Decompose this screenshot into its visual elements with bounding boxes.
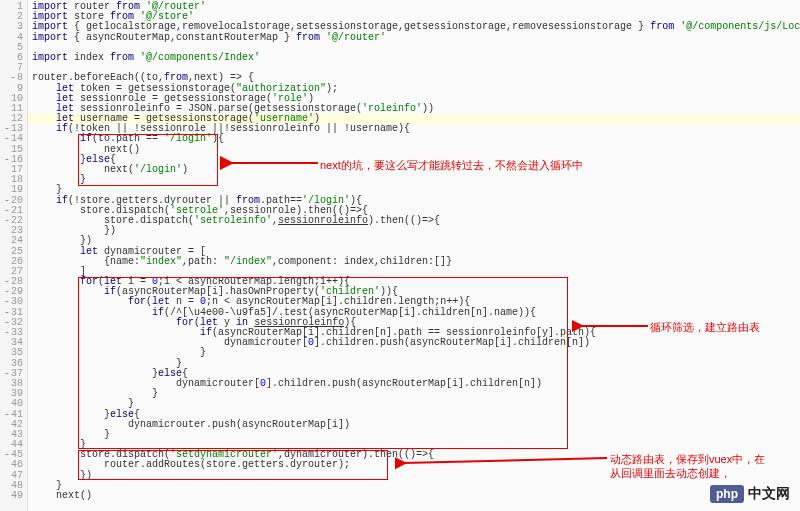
arrow-icon xyxy=(220,150,320,176)
line-gutter: 1 2 3 4 5 6 7 -8 9 10 11 12 -13 -14 15 -… xyxy=(0,0,28,511)
code-line: if(to.path == '/login'){ xyxy=(28,134,800,144)
watermark-text: 中文网 xyxy=(748,485,790,503)
code-line: }) xyxy=(28,226,800,236)
php-logo-icon: php xyxy=(710,485,744,503)
annotation-text: 动态路由表，保存到vuex中，在 从回调里面去动态创建， xyxy=(610,452,765,480)
code-line: store.dispatch('setroleinfo',sessionrole… xyxy=(28,216,800,226)
annotation-text: next的坑，要这么写才能跳转过去，不然会进入循环中 xyxy=(320,158,583,172)
annotation-text: 循环筛选，建立路由表 xyxy=(650,320,760,334)
fold-icon[interactable]: - xyxy=(3,216,11,226)
fold-icon[interactable]: - xyxy=(9,73,17,83)
fold-icon[interactable]: - xyxy=(3,369,11,379)
svg-line-5 xyxy=(403,458,607,463)
watermark: php 中文网 xyxy=(710,485,790,503)
code-line: next() xyxy=(28,145,800,155)
code-line: {name:"index",path: "/index",component: … xyxy=(28,257,800,267)
code-line: } xyxy=(28,389,800,399)
code-line: dynamicrouter.push(asyncRouterMap[i]) xyxy=(28,420,800,430)
code-line: import { asyncRouterMap,constantRouterMa… xyxy=(28,33,800,43)
arrow-icon xyxy=(395,433,610,473)
code-line: } xyxy=(28,175,800,185)
code-line: next() xyxy=(28,491,800,501)
code-line: } xyxy=(28,481,800,491)
fold-icon[interactable]: - xyxy=(3,328,11,338)
fold-icon[interactable]: - xyxy=(3,410,11,420)
code-line: }) xyxy=(28,236,800,246)
fold-icon[interactable]: - xyxy=(3,155,11,165)
code-line: router.beforeEach((to,from,next) => { xyxy=(28,73,800,83)
arrow-icon xyxy=(572,313,650,339)
fold-icon[interactable]: - xyxy=(3,134,11,144)
code-line: import index from '@/components/Index' xyxy=(28,53,800,63)
fold-icon[interactable]: - xyxy=(3,450,11,460)
code-line: } xyxy=(28,399,800,409)
